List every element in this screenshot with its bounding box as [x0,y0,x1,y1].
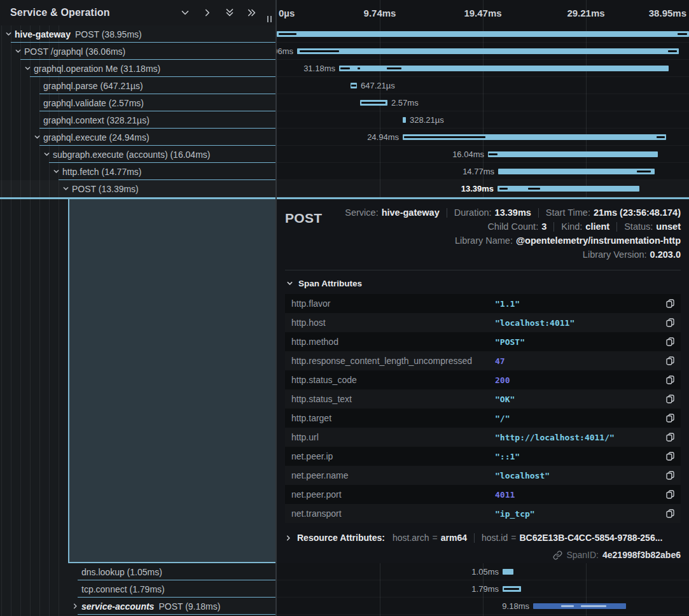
copy-icon[interactable] [659,471,681,480]
attribute-row[interactable]: http.status_code200 [285,370,681,389]
attribute-row[interactable]: http.status_text"OK" [285,389,681,409]
span-row[interactable]: POST (13.39ms)13.39ms [0,180,689,197]
resource-attributes-row[interactable]: Resource Attributes: host.arch=arm64host… [285,533,681,543]
span-row[interactable]: tcp.connect (1.79ms)1.79ms [0,580,689,598]
bar-duration-label: 36.06ms [277,43,293,60]
span-duration-bar[interactable] [277,31,689,37]
span-row[interactable]: graphql.execute (24.94ms)24.94ms [0,129,689,146]
span-timeline-cell[interactable]: 1.79ms [277,580,689,598]
copy-icon[interactable] [659,356,681,365]
collapse-chevron-icon[interactable] [34,134,43,141]
span-timeline-cell[interactable]: 647.21µs [277,77,689,94]
attribute-row[interactable]: http.flavor"1.1" [285,294,681,313]
span-duration-bar[interactable] [503,586,521,592]
span-duration-bar[interactable] [533,603,626,609]
span-timeline-cell[interactable]: 1.05ms [277,563,689,580]
panel-drag-handle[interactable] [267,16,272,22]
collapse-chevron-icon[interactable] [5,31,15,38]
span-duration-bar[interactable] [403,134,666,140]
span-row[interactable]: graphql.validate (2.57ms)2.57ms [0,94,689,111]
span-duration-bar[interactable] [351,83,357,88]
attribute-row[interactable]: http.method"POST" [285,332,681,351]
span-timeline-cell[interactable]: 13.39ms [277,180,689,197]
attribute-row[interactable]: http.host"localhost:4011" [285,313,681,332]
span-row[interactable]: graphql.context (328.21µs)328.21µs [0,111,689,129]
detail-meta-line: Library Version:0.203.0 [583,248,681,262]
span-row[interactable]: graphql.operation Me (31.18ms)31.18ms [0,60,689,77]
span-row[interactable]: POST /graphql (36.06ms)36.06ms [0,43,689,60]
span-timeline-cell[interactable]: 14.77ms [277,163,689,180]
copy-icon[interactable] [659,395,681,403]
span-duration-bar[interactable] [498,169,655,174]
span-attributes-accordion[interactable]: Span Attributes [285,270,681,294]
collapse-chevron-icon[interactable] [53,168,62,175]
copy-icon[interactable] [659,375,681,384]
span-row[interactable]: service-accountsPOST (9.18ms)9.18ms [0,598,689,615]
span-duration-bar[interactable] [403,117,406,123]
span-tree-item[interactable]: graphql.execute (24.94ms) [0,129,277,146]
span-tree-item[interactable]: hive-gatewayPOST (38.95ms) [0,25,277,43]
copy-icon[interactable] [659,318,681,327]
span-tree-item[interactable]: http.fetch (14.77ms) [0,163,277,180]
chevron-right-icon[interactable] [202,7,213,18]
attribute-row[interactable]: net.peer.port4011 [285,485,681,504]
attribute-row[interactable]: http.response_content_length_uncompresse… [285,351,681,370]
bar-child-marker [504,588,519,590]
span-duration-bar[interactable] [498,186,639,192]
span-timeline-cell[interactable]: 36.06ms [277,43,689,60]
span-duration-bar[interactable] [297,48,679,54]
span-duration-bar[interactable] [339,66,669,71]
copy-icon[interactable] [659,509,681,518]
attribute-row[interactable]: net.transport"ip_tcp" [285,504,681,523]
row-separator [78,614,275,615]
span-duration-bar[interactable] [503,569,513,575]
copy-icon[interactable] [659,452,681,461]
span-timeline-cell[interactable]: 9.18ms [277,598,689,615]
span-timeline-cell[interactable] [277,25,689,43]
span-tree-item[interactable]: POST (13.39ms) [0,180,277,197]
attribute-row[interactable]: http.url"http://localhost:4011/" [285,428,681,447]
bar-child-marker [361,102,386,104]
span-row[interactable]: http.fetch (14.77ms)14.77ms [0,163,689,180]
attribute-row[interactable]: net.peer.name"localhost" [285,466,681,485]
panel-resize-divider[interactable] [275,0,277,616]
span-row[interactable]: dns.lookup (1.05ms)1.05ms [0,563,689,580]
collapse-chevron-icon[interactable] [24,65,34,72]
bar-child-marker [678,33,687,35]
copy-icon[interactable] [659,490,681,499]
copy-icon[interactable] [659,433,681,442]
attribute-value: "POST" [495,337,659,347]
span-tree-item[interactable]: dns.lookup (1.05ms) [0,563,277,580]
collapse-chevron-icon[interactable] [15,48,24,55]
span-timeline-cell[interactable]: 2.57ms [277,94,689,111]
span-duration-bar[interactable] [488,151,658,157]
span-timeline-cell[interactable]: 31.18ms [277,60,689,77]
span-timeline-cell[interactable]: 328.21µs [277,111,689,129]
span-tree-item[interactable]: graphql.context (328.21µs) [0,111,277,129]
span-tree-item[interactable]: graphql.validate (2.57ms) [0,94,277,111]
attribute-row[interactable]: http.target"/" [285,409,681,428]
expand-chevron-icon[interactable] [72,603,81,610]
link-icon[interactable] [553,550,562,560]
span-tree-item[interactable]: tcp.connect (1.79ms) [0,580,277,598]
double-chevron-down-icon[interactable] [224,7,235,18]
span-tree-item[interactable]: service-accountsPOST (9.18ms) [0,598,277,615]
attribute-row[interactable]: net.peer.ip"::1" [285,447,681,466]
double-chevron-right-icon[interactable] [246,7,258,18]
span-duration-bar[interactable] [360,100,387,106]
copy-icon[interactable] [659,337,681,346]
span-tree-item[interactable]: graphql.parse (647.21µs) [0,77,277,94]
span-row[interactable]: subgraph.execute (accounts) (16.04ms)16.… [0,146,689,163]
chevron-down-icon[interactable] [179,7,191,18]
span-tree-item[interactable]: POST /graphql (36.06ms) [0,43,277,60]
copy-icon[interactable] [659,299,681,308]
span-timeline-cell[interactable]: 16.04ms [277,146,689,163]
span-row[interactable]: hive-gatewayPOST (38.95ms) [0,25,689,43]
span-row[interactable]: graphql.parse (647.21µs)647.21µs [0,77,689,94]
collapse-chevron-icon[interactable] [62,185,72,192]
copy-icon[interactable] [659,414,681,423]
collapse-chevron-icon[interactable] [43,151,53,158]
span-tree-item[interactable]: graphql.operation Me (31.18ms) [0,60,277,77]
span-tree-item[interactable]: subgraph.execute (accounts) (16.04ms) [0,146,277,163]
span-timeline-cell[interactable]: 24.94ms [277,129,689,146]
